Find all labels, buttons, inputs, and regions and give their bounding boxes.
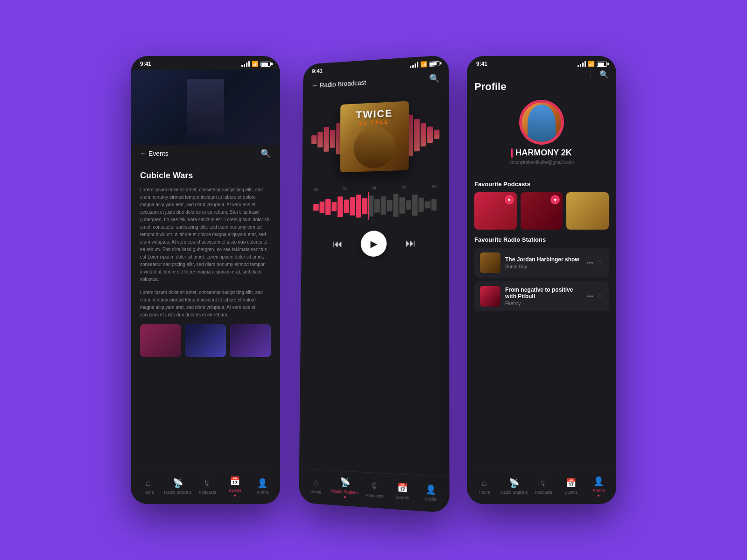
timeline-track[interactable] xyxy=(313,190,437,221)
timeline-container: 90 92 94 96 99 xyxy=(309,183,441,221)
event-text-2: Lorem ipsum dolor sit amet, consetetur s… xyxy=(140,289,271,319)
podcast-icon-2: 🎙 xyxy=(370,481,379,491)
status-time-2: 9:41 xyxy=(312,68,323,75)
profile-header-row: ⋮ 🔍 xyxy=(474,70,609,81)
nav-home-1[interactable]: ⌂ Home xyxy=(137,478,160,495)
nav-home-2[interactable]: ⌂ Home xyxy=(304,477,327,495)
signal-icon-3 xyxy=(578,61,586,67)
playback-controls: ⏮ ▶ ⏭ xyxy=(332,223,416,264)
nav-podcasts-3[interactable]: 🎙 Podcasts xyxy=(532,478,555,495)
nav-radio-label-2: Radio Stations xyxy=(331,489,359,495)
wifi-icon-1: 📶 xyxy=(252,61,259,67)
album-title: TWICE xyxy=(352,102,398,121)
status-icons-1: 📶 xyxy=(241,61,271,67)
nav-radio-label-1: Radio Stations xyxy=(164,490,192,495)
album-subtitle: as TALL xyxy=(359,119,389,126)
nav-events-1[interactable]: 📅 Events xyxy=(223,476,247,497)
nav-profile-label-3: Profile xyxy=(593,488,605,493)
nav-profile-1[interactable]: 👤 Profile xyxy=(251,478,274,495)
station-heart-icon-1[interactable]: ♡ xyxy=(597,259,603,266)
station-heart-icon-2[interactable]: ♡ xyxy=(597,293,603,300)
avatar-body xyxy=(528,105,556,142)
station-thumb-2 xyxy=(480,286,500,307)
search-icon-3[interactable]: 🔍 xyxy=(599,70,609,79)
search-icon-1[interactable]: 🔍 xyxy=(261,148,271,159)
timeline-cursor xyxy=(367,192,368,220)
profile-name-bar: HARMONY 2K xyxy=(511,148,572,158)
name-accent-bar xyxy=(511,148,513,158)
nav-home-3[interactable]: ⌂ Home xyxy=(473,478,496,495)
station-actions-2: ••• ♡ xyxy=(586,293,603,300)
nav-profile-2[interactable]: 👤 Profile xyxy=(419,483,443,503)
podcast-thumb-1[interactable]: ♥ xyxy=(474,192,517,230)
bottom-nav-3: ⌂ Home 📡 Radio Stations 🎙 Podcasts 📅 Eve… xyxy=(467,470,616,504)
home-icon-3: ⌂ xyxy=(482,478,487,488)
nav-events-2[interactable]: 📅 Events xyxy=(390,482,414,501)
event-thumb-1 xyxy=(140,324,181,357)
play-button[interactable]: ▶ xyxy=(361,231,387,257)
menu-icon[interactable]: ⋮ xyxy=(586,70,594,79)
nav-events-3[interactable]: 📅 Events xyxy=(559,478,583,495)
station-thumb-1 xyxy=(480,252,500,273)
station-name-2: From negative to positive with Pitbull xyxy=(505,287,582,300)
signal-icon-2 xyxy=(410,62,418,68)
signal-icon-1 xyxy=(241,61,250,67)
timeline-bars xyxy=(313,193,437,218)
favourite-radio-title: Favourite Radio Stations xyxy=(474,236,609,243)
radio-station-card-1[interactable]: The Jordan Harbinger show Burna Boy ••• … xyxy=(474,248,609,278)
nav-events-label-2: Events xyxy=(396,495,409,500)
profile-name: HARMONY 2K xyxy=(515,148,572,158)
nav-dot-events-1 xyxy=(234,495,236,497)
battery-icon-3 xyxy=(597,62,607,67)
radio-icon-2: 📡 xyxy=(340,477,350,488)
skip-back-button[interactable]: ⏮ xyxy=(332,238,342,250)
nav-radio-3[interactable]: 📡 Radio Stations xyxy=(500,478,528,495)
station-info-2: From negative to positive with Pitbull F… xyxy=(505,287,582,306)
event-image-gallery xyxy=(140,324,271,357)
nav-dot-radio-2 xyxy=(344,496,346,498)
station-more-icon-2[interactable]: ••• xyxy=(586,293,593,300)
podcast-thumb-2[interactable]: ♥ xyxy=(521,192,563,230)
station-more-icon-1[interactable]: ••• xyxy=(586,259,593,266)
event-thumb-2 xyxy=(185,324,226,357)
profile-avatar-section: HARMONY 2K timenyindoorikufiw@gmail.com xyxy=(474,97,609,174)
skip-forward-button[interactable]: ⏭ xyxy=(405,237,416,249)
radio-station-card-2[interactable]: From negative to positive with Pitbull F… xyxy=(474,281,609,311)
nav-profile-label-2: Profile xyxy=(425,497,437,502)
status-time-3: 9:41 xyxy=(476,61,487,67)
nav-radio-2[interactable]: 📡 Radio Stations xyxy=(331,476,359,499)
back-button-2[interactable]: ← Radio Broadcast xyxy=(312,79,366,89)
nav-profile-3[interactable]: 👤 Profile xyxy=(587,476,610,497)
nav-home-label-3: Home xyxy=(479,490,490,495)
nav-radio-1[interactable]: 📡 Radio Stations xyxy=(164,478,192,495)
album-figure xyxy=(353,126,395,169)
events-header: ← Events 🔍 xyxy=(131,145,280,163)
events-icon-1: 📅 xyxy=(230,476,240,486)
phone-radio: 9:41 📶 ← Radio Broadcast 🔍 xyxy=(299,55,449,513)
profile-page-title: Profile xyxy=(474,81,506,93)
radio-icon-1: 📡 xyxy=(173,478,183,488)
profile-icon-3: 👤 xyxy=(593,476,604,486)
events-icon-3: 📅 xyxy=(566,478,576,488)
profile-email: timenyindoorikufiw@gmail.com xyxy=(509,160,574,165)
events-icon-2: 📅 xyxy=(397,482,408,493)
timeline-marker-3: 94 xyxy=(372,185,376,190)
search-icon-2[interactable]: 🔍 xyxy=(429,73,439,84)
nav-podcasts-1[interactable]: 🎙 Podcasts xyxy=(196,478,219,495)
station-name-1: The Jordan Harbinger show xyxy=(505,256,582,263)
events-hero-image xyxy=(131,70,280,145)
album-art: TWICE as TALL xyxy=(340,101,409,172)
heart-badge-2: ♥ xyxy=(550,195,560,204)
battery-icon-2 xyxy=(429,61,439,66)
back-button-1[interactable]: ← Events xyxy=(140,150,169,157)
podcast-thumb-3[interactable] xyxy=(566,192,609,230)
avatar xyxy=(521,101,563,143)
nav-profile-label-1: Profile xyxy=(257,490,269,495)
nav-dot-profile-3 xyxy=(598,495,599,497)
hero-figure xyxy=(187,79,224,135)
nav-podcasts-label-3: Podcasts xyxy=(535,490,552,495)
nav-podcasts-2[interactable]: 🎙 Podcasts xyxy=(363,480,386,498)
station-artist-1: Burna Boy xyxy=(505,264,582,269)
event-thumb-3 xyxy=(230,324,271,357)
timeline-marker-2: 92 xyxy=(342,186,347,191)
